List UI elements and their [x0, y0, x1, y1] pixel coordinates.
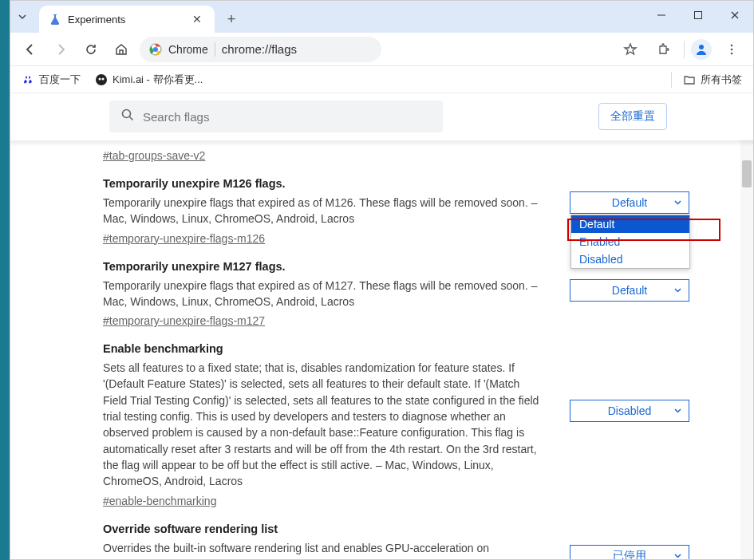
- chevron-down-icon: [673, 550, 682, 559]
- page-content: 全部重置 #tab-groups-save-v2 Temporarily une…: [10, 93, 753, 559]
- kimi-icon: [95, 73, 108, 86]
- bookmark-label: 所有书签: [701, 73, 742, 87]
- folder-icon: [683, 73, 696, 86]
- svg-point-5: [731, 48, 733, 50]
- flag-link[interactable]: #temporary-unexpire-flags-m127: [103, 314, 265, 327]
- flag-select[interactable]: 已停用: [570, 545, 689, 559]
- search-input[interactable]: [143, 110, 432, 124]
- reset-all-button[interactable]: 全部重置: [598, 103, 667, 130]
- flag-item: Temporarily unexpire M126 flags. Tempora…: [103, 177, 689, 246]
- flag-value: 已停用: [613, 549, 646, 559]
- flag-title: Enable benchmarking: [103, 342, 546, 355]
- bookmarks-separator: [671, 72, 672, 88]
- chevron-down-icon: [673, 196, 682, 209]
- flag-title: Temporarily unexpire M126 flags.: [103, 177, 546, 190]
- baidu-icon: [22, 73, 34, 86]
- flags-header: 全部重置: [10, 93, 753, 140]
- browser-window: Experiments ✕ + Chrome chrome://flags: [10, 0, 754, 560]
- minimize-button[interactable]: [643, 1, 680, 30]
- bookmark-star-icon[interactable]: [617, 37, 644, 61]
- svg-point-7: [96, 74, 107, 85]
- chevron-down-icon: [673, 404, 682, 417]
- extensions-icon[interactable]: [650, 37, 677, 61]
- svg-point-3: [699, 45, 704, 49]
- flag-title: Temporarily unexpire M127 flags.: [103, 260, 546, 273]
- back-button[interactable]: [18, 37, 42, 61]
- toolbar-separator: [684, 41, 685, 58]
- bookmark-label: Kimi.ai - 帮你看更...: [113, 73, 203, 87]
- tab-title: Experiments: [68, 14, 183, 26]
- content-shadow: [10, 140, 753, 147]
- scrollbar[interactable]: [740, 140, 753, 559]
- dropdown-option-default[interactable]: Default: [571, 215, 689, 233]
- close-icon[interactable]: ✕: [189, 13, 205, 26]
- flag-description: Temporarily unexpire flags that expired …: [103, 278, 546, 310]
- flag-item: Override software rendering list Overrid…: [103, 523, 689, 559]
- chevron-down-icon: [673, 284, 682, 297]
- svg-rect-0: [695, 12, 702, 19]
- flag-dropdown: Default Enabled Disabled: [570, 215, 690, 269]
- title-bar: Experiments ✕ +: [10, 1, 753, 33]
- flag-description: Temporarily unexpire flags that expired …: [103, 195, 546, 227]
- svg-point-8: [99, 77, 101, 80]
- all-bookmarks-button[interactable]: 所有书签: [683, 73, 742, 87]
- reload-button[interactable]: [79, 37, 103, 61]
- bookmark-label: 百度一下: [39, 73, 81, 87]
- home-button[interactable]: [109, 37, 133, 61]
- flag-value: Default: [612, 196, 647, 209]
- bookmark-baidu[interactable]: 百度一下: [22, 73, 81, 87]
- flag-item: Enable benchmarking Sets all features to…: [103, 342, 689, 507]
- profile-avatar[interactable]: [691, 39, 712, 60]
- svg-point-9: [102, 77, 105, 80]
- toolbar: Chrome chrome://flags: [10, 33, 753, 66]
- menu-icon[interactable]: [718, 37, 745, 61]
- address-bar[interactable]: Chrome chrome://flags: [140, 37, 381, 62]
- close-window-button[interactable]: [716, 1, 753, 30]
- flask-icon: [49, 13, 61, 26]
- flag-link[interactable]: #temporary-unexpire-flags-m126: [103, 232, 265, 245]
- svg-point-4: [731, 44, 733, 46]
- flag-value: Default: [612, 284, 647, 297]
- search-flags-box[interactable]: [109, 101, 443, 132]
- dropdown-option-enabled[interactable]: Enabled: [571, 233, 689, 250]
- flag-description: Overrides the built-in software renderin…: [103, 540, 546, 559]
- window-controls: [643, 1, 753, 30]
- flag-select[interactable]: Default Default Enabled Disabled: [570, 191, 689, 214]
- url-text: chrome://flags: [222, 42, 297, 56]
- svg-point-10: [123, 110, 131, 118]
- url-chip: Chrome: [168, 43, 208, 56]
- maximize-button[interactable]: [680, 1, 716, 30]
- chrome-icon: [149, 43, 162, 56]
- tabs-dropdown-icon[interactable]: [10, 1, 34, 33]
- flag-select[interactable]: Disabled: [570, 400, 689, 422]
- flag-link[interactable]: #enable-benchmarking: [103, 495, 216, 507]
- new-tab-button[interactable]: +: [219, 7, 243, 31]
- bookmarks-bar: 百度一下 Kimi.ai - 帮你看更... 所有书签: [10, 66, 753, 93]
- search-icon: [120, 108, 135, 125]
- flag-select[interactable]: Default: [570, 279, 689, 302]
- svg-point-6: [731, 52, 733, 54]
- bookmark-kimi[interactable]: Kimi.ai - 帮你看更...: [95, 73, 203, 87]
- flag-item: Temporarily unexpire M127 flags. Tempora…: [103, 260, 689, 329]
- flag-title: Override software rendering list: [103, 523, 546, 535]
- forward-button[interactable]: [49, 37, 73, 61]
- flag-description: Sets all features to a fixed state; that…: [103, 360, 546, 489]
- flag-value: Disabled: [608, 404, 651, 417]
- url-separator: [215, 42, 215, 57]
- flags-list: #tab-groups-save-v2 Temporarily unexpire…: [10, 140, 740, 559]
- scrollbar-thumb[interactable]: [742, 160, 752, 187]
- flag-link[interactable]: #tab-groups-save-v2: [103, 149, 205, 162]
- dropdown-option-disabled[interactable]: Disabled: [571, 250, 689, 268]
- browser-tab[interactable]: Experiments ✕: [39, 6, 215, 33]
